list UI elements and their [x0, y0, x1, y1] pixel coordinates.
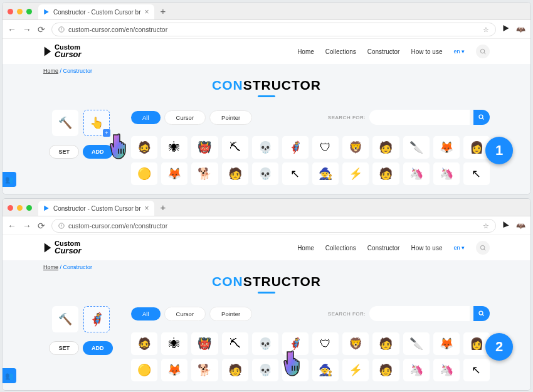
new-tab-button[interactable]: +	[154, 202, 172, 216]
cursor-grid-item[interactable]: 🧑	[372, 359, 399, 381]
cursor-grid-item[interactable]: 🛡	[312, 332, 339, 355]
minimize-window[interactable]	[17, 9, 23, 14]
cursor-grid-item[interactable]: 💀	[252, 136, 278, 159]
nav-home[interactable]: Home	[297, 245, 314, 252]
feedback-tab[interactable]: 👥	[3, 368, 16, 383]
search-input[interactable]	[369, 110, 470, 125]
forward-button[interactable]: →	[23, 221, 31, 231]
search-button[interactable]	[473, 110, 490, 125]
minimize-window[interactable]	[17, 205, 23, 211]
cursor-grid-item[interactable]: 🦁	[342, 332, 369, 355]
close-tab-icon[interactable]: ×	[144, 8, 149, 16]
batman-extension-icon[interactable]: 🦇	[516, 221, 525, 230]
cursor-grid-item[interactable]: 🐕	[191, 359, 218, 381]
header-search-icon[interactable]	[476, 45, 490, 58]
cursor-grid-item[interactable]: 🧙	[312, 359, 339, 381]
cursor-grid-item[interactable]: 🔪	[403, 332, 430, 355]
site-logo[interactable]: CustomCursor	[43, 45, 82, 58]
maximize-window[interactable]	[26, 9, 32, 14]
cursor-grid-item[interactable]: 🦊	[161, 359, 187, 381]
nav-constructor[interactable]: Constructor	[367, 48, 400, 55]
cursor-grid-item[interactable]: 🦄	[403, 359, 430, 381]
cursor-grid-item[interactable]: ↖	[282, 162, 309, 185]
header-search-icon[interactable]	[476, 241, 490, 255]
site-logo[interactable]: CustomCursor	[43, 241, 82, 255]
cursor-grid-item[interactable]: ↖	[463, 162, 490, 185]
nav-collections[interactable]: Collections	[325, 48, 356, 55]
feedback-tab[interactable]: 👥	[3, 172, 16, 187]
pointer-slot-filled[interactable]: 🦸	[83, 306, 110, 332]
cursor-grid-item[interactable]: ↖	[463, 359, 490, 381]
nav-constructor[interactable]: Constructor	[367, 245, 400, 252]
close-tab-icon[interactable]: ×	[144, 204, 149, 213]
cursor-grid-item[interactable]: 🦄	[433, 162, 460, 185]
language-selector[interactable]: en ▾	[453, 245, 465, 251]
set-button[interactable]: SET	[49, 341, 79, 355]
cursor-grid-item[interactable]: ⚡	[342, 359, 369, 381]
add-button[interactable]: ADD	[83, 145, 113, 159]
cursor-grid-item[interactable]: 👹	[191, 332, 218, 355]
cursor-grid-item[interactable]: 🦊	[433, 332, 460, 355]
pointer-slot-empty[interactable]: 👆 +	[83, 110, 110, 136]
cursor-grid-item[interactable]: 🦁	[342, 136, 369, 159]
forward-button[interactable]: →	[23, 24, 31, 34]
close-window[interactable]	[8, 9, 13, 14]
filter-cursor[interactable]: Cursor	[164, 110, 206, 125]
nav-howto[interactable]: How to use	[411, 245, 442, 252]
nav-home[interactable]: Home	[297, 48, 314, 55]
breadcrumb-home[interactable]: Home	[43, 264, 58, 270]
language-selector[interactable]: en ▾	[453, 48, 465, 55]
add-button[interactable]: ADD	[83, 341, 113, 355]
cursor-grid-item[interactable]: 🕷	[161, 332, 187, 355]
filter-cursor[interactable]: Cursor	[164, 307, 206, 321]
cursor-grid-item[interactable]: ↖	[282, 359, 309, 381]
cursor-grid-item[interactable]: 🦊	[433, 136, 460, 159]
cursor-grid-item[interactable]: 🧙	[312, 162, 339, 185]
url-field[interactable]: custom-cursor.com/en/constructor ☆	[51, 23, 496, 36]
cursor-grid-item[interactable]: 🦄	[403, 162, 430, 185]
cursor-grid-item[interactable]: 🧑	[372, 136, 399, 159]
cursor-grid-item[interactable]: 🐕	[191, 162, 218, 185]
cursor-grid-item[interactable]: 🔪	[403, 136, 430, 159]
browser-tab[interactable]: Constructor - Custom Cursor br ×	[38, 201, 154, 216]
bookmark-icon[interactable]: ☆	[483, 26, 489, 33]
close-window[interactable]	[8, 205, 13, 211]
new-tab-button[interactable]: +	[154, 6, 172, 19]
reload-button[interactable]: ⟳	[38, 221, 45, 231]
search-input[interactable]	[369, 306, 470, 321]
cursor-grid-item[interactable]: ⛏	[222, 136, 248, 159]
breadcrumb-home[interactable]: Home	[43, 68, 58, 74]
filter-all[interactable]: All	[131, 307, 161, 320]
url-field[interactable]: custom-cursor.com/en/constructor ☆	[51, 219, 496, 233]
filter-pointer[interactable]: Pointer	[209, 110, 252, 125]
search-button[interactable]	[473, 306, 490, 321]
cursor-grid-item[interactable]: 🦄	[433, 359, 460, 381]
reload-button[interactable]: ⟳	[38, 24, 45, 34]
filter-pointer[interactable]: Pointer	[209, 307, 252, 321]
cursor-grid-item[interactable]: 🧑	[372, 332, 399, 355]
cursor-grid-item[interactable]: ⚡	[342, 162, 369, 185]
cursor-grid-item[interactable]: 🧑	[372, 162, 399, 185]
bookmark-icon[interactable]: ☆	[483, 222, 489, 230]
cursor-grid-item[interactable]: 🧑	[222, 359, 248, 381]
browser-tab[interactable]: Constructor - Custom Cursor br ×	[38, 4, 154, 19]
nav-howto[interactable]: How to use	[411, 48, 442, 55]
set-button[interactable]: SET	[49, 145, 79, 159]
cursor-grid-item[interactable]: 🟡	[131, 162, 157, 185]
add-pointer-icon[interactable]: +	[103, 129, 110, 137]
cursor-grid-item[interactable]: 🧔	[131, 136, 157, 159]
cursor-grid-item[interactable]: 🦊	[161, 162, 187, 185]
cursor-grid-item[interactable]: 🦸	[282, 136, 309, 159]
cursor-grid-item[interactable]: 🧑	[222, 162, 248, 185]
cursor-grid-item[interactable]: 🦸	[282, 332, 309, 355]
cursor-grid-item[interactable]: 🕷	[161, 136, 187, 159]
back-button[interactable]: ←	[8, 221, 16, 231]
maximize-window[interactable]	[26, 205, 32, 211]
cursor-grid-item[interactable]: 🛡	[312, 136, 339, 159]
cursor-grid-item[interactable]: 🟡	[131, 359, 157, 381]
filter-all[interactable]: All	[131, 111, 161, 124]
cursor-extension-icon[interactable]	[502, 220, 510, 231]
cursor-grid-item[interactable]: 💀	[252, 162, 278, 185]
nav-collections[interactable]: Collections	[325, 245, 356, 252]
cursor-grid-item[interactable]: 👹	[191, 136, 218, 159]
